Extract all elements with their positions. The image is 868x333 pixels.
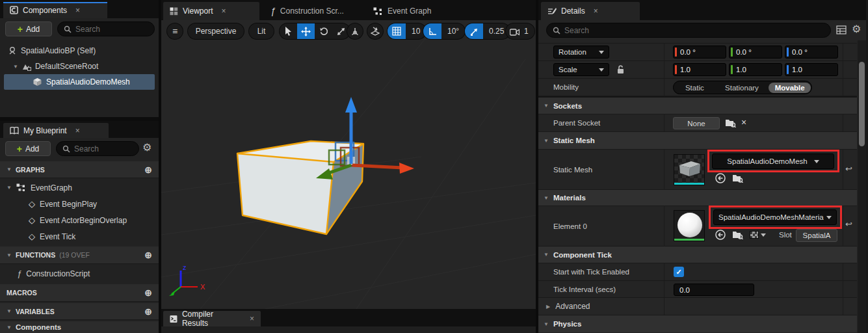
- browse-asset-icon[interactable]: [732, 230, 743, 239]
- camera-speed-button[interactable]: [506, 23, 523, 40]
- grid-snap-toggle[interactable]: [388, 23, 406, 39]
- scale-type-dropdown[interactable]: Scale: [553, 63, 609, 76]
- expand-arrow-icon[interactable]: ▶: [546, 304, 550, 310]
- perspective-dropdown[interactable]: Perspective: [187, 23, 244, 40]
- add-function-icon[interactable]: ⊕: [144, 250, 152, 260]
- display-options-icon[interactable]: [836, 25, 847, 34]
- scale-x-field[interactable]: 1.0: [673, 63, 726, 76]
- my-blueprint-search[interactable]: [56, 141, 139, 156]
- tab-compiler-results[interactable]: Compiler Results ×: [163, 311, 261, 326]
- scale-snap-toggle[interactable]: [465, 23, 483, 39]
- browse-socket-icon[interactable]: [725, 118, 736, 127]
- search-input[interactable]: [564, 26, 824, 35]
- parent-socket-value-button[interactable]: None: [673, 117, 720, 129]
- tab-construction-script[interactable]: ƒ Construction Scr...: [264, 2, 363, 20]
- section-functions[interactable]: ▼ FUNCTIONS (19 OVEF ⊕: [0, 246, 159, 264]
- slot-name-field[interactable]: SpatialA: [796, 229, 837, 242]
- collapse-arrow-icon[interactable]: ▼: [544, 252, 549, 258]
- close-icon[interactable]: ×: [250, 314, 254, 323]
- unlock-icon[interactable]: [617, 65, 624, 74]
- section-variables[interactable]: ▼ VARIABLES ⊕: [0, 303, 159, 320]
- item-event-actor-begin-overlap[interactable]: ◇ Event ActorBeginOverlap: [0, 212, 159, 228]
- tick-interval-field[interactable]: 0.0: [674, 284, 754, 296]
- texture-options[interactable]: [750, 231, 766, 239]
- scale-z-field[interactable]: 1.0: [785, 63, 838, 76]
- material-dropdown[interactable]: SpatialAudioDemoMeshMateria: [713, 209, 837, 225]
- tree-item-scene-root[interactable]: ▼ DefaultSceneRoot: [4, 59, 155, 74]
- move-tool-button[interactable]: [297, 23, 315, 40]
- details-scrollbar[interactable]: [858, 40, 866, 333]
- collapse-arrow-icon[interactable]: ▼: [7, 308, 12, 314]
- tab-my-blueprint[interactable]: My Blueprint ×: [3, 123, 109, 138]
- viewport-menu-button[interactable]: ≡: [166, 23, 183, 40]
- collapse-arrow-icon[interactable]: ▼: [544, 321, 549, 327]
- category-sockets[interactable]: ▼ Sockets: [538, 98, 857, 114]
- rotation-x-field[interactable]: 0.0 °: [673, 46, 726, 59]
- close-icon[interactable]: ×: [221, 7, 226, 16]
- camera-speed-group[interactable]: 1: [505, 23, 535, 40]
- rotation-snap-toggle[interactable]: [423, 23, 441, 39]
- rotation-z-field[interactable]: 0.0 °: [785, 46, 838, 59]
- scale-snap-group[interactable]: 0.25: [464, 23, 510, 40]
- category-physics[interactable]: ▼ Physics: [538, 315, 857, 332]
- use-selected-asset-icon[interactable]: [715, 230, 726, 240]
- static-mesh-thumbnail[interactable]: [674, 154, 705, 185]
- collapse-arrow-icon[interactable]: ▼: [7, 252, 12, 258]
- section-macros[interactable]: MACROS ⊕: [0, 284, 159, 302]
- item-event-tick[interactable]: ◇ Event Tick: [0, 228, 159, 245]
- row-advanced[interactable]: ▶ Advanced: [538, 298, 857, 315]
- close-icon[interactable]: ×: [75, 6, 80, 15]
- lit-dropdown[interactable]: Lit: [248, 23, 274, 40]
- collapse-arrow-icon[interactable]: ▼: [7, 185, 12, 191]
- add-variable-icon[interactable]: ⊕: [144, 307, 152, 316]
- tab-details[interactable]: Details ×: [541, 2, 640, 20]
- mobility-option-stationary[interactable]: Stationary: [716, 84, 769, 92]
- tab-components[interactable]: Components ×: [3, 2, 107, 18]
- tab-event-graph[interactable]: Event Graph: [367, 2, 451, 20]
- grid-snap-group[interactable]: 10: [387, 23, 427, 40]
- reset-to-default-icon[interactable]: ↩: [845, 164, 852, 174]
- category-static-mesh[interactable]: ▼ Static Mesh: [538, 132, 857, 150]
- camera-speed-value[interactable]: 1: [523, 23, 534, 39]
- select-tool-button[interactable]: [280, 23, 297, 40]
- tree-item-self[interactable]: SpatialAudioBP (Self): [4, 43, 155, 59]
- section-components[interactable]: ▼ Components: [0, 321, 159, 333]
- close-icon[interactable]: ×: [75, 126, 80, 135]
- rotate-tool-button[interactable]: [315, 23, 332, 40]
- tab-viewport[interactable]: Viewport ×: [163, 2, 259, 20]
- search-input[interactable]: [75, 25, 148, 34]
- collapse-arrow-icon[interactable]: ▼: [7, 325, 12, 330]
- collapse-arrow-icon[interactable]: ▼: [7, 166, 12, 172]
- rotation-type-dropdown[interactable]: Rotation: [553, 46, 609, 59]
- search-input[interactable]: [74, 144, 133, 153]
- use-selected-asset-icon[interactable]: [715, 173, 726, 183]
- details-search[interactable]: [546, 23, 831, 38]
- item-construction-script[interactable]: ƒ ConstructionScript: [0, 265, 159, 282]
- add-component-button[interactable]: + Add: [5, 21, 52, 36]
- add-macro-icon[interactable]: ⊕: [144, 288, 152, 297]
- static-mesh-dropdown[interactable]: SpatialAudioDemoMesh: [712, 153, 834, 169]
- mobility-option-movable[interactable]: Movable: [769, 83, 811, 93]
- viewport-3d[interactable]: z X ≡ Perspective Lit: [161, 20, 536, 309]
- clear-socket-icon[interactable]: ×: [741, 117, 746, 127]
- components-search[interactable]: [57, 21, 155, 36]
- surface-snapping-button[interactable]: [367, 23, 384, 40]
- rotation-snap-group[interactable]: 10°: [423, 23, 466, 40]
- start-tick-checkbox[interactable]: ✓: [674, 267, 684, 277]
- browse-asset-icon[interactable]: [732, 174, 743, 183]
- add-blueprint-button[interactable]: + Add: [5, 141, 51, 156]
- add-graph-icon[interactable]: ⊕: [144, 165, 152, 174]
- details-settings-gear-icon[interactable]: ⚙: [852, 24, 861, 34]
- rotation-y-field[interactable]: 0.0 °: [729, 46, 782, 59]
- item-event-graph[interactable]: ▼ EventGraph: [0, 180, 159, 196]
- settings-gear-icon[interactable]: ⚙: [142, 142, 151, 153]
- collapse-arrow-icon[interactable]: ▼: [544, 195, 549, 201]
- mobility-option-static[interactable]: Static: [674, 84, 716, 92]
- material-thumbnail[interactable]: [674, 210, 705, 241]
- collapse-arrow-icon[interactable]: ▼: [544, 138, 549, 144]
- scrollbar-thumb[interactable]: [859, 62, 865, 146]
- close-icon[interactable]: ×: [594, 7, 598, 16]
- category-component-tick[interactable]: ▼ Component Tick: [538, 246, 857, 263]
- expander-arrow-icon[interactable]: ▼: [13, 64, 18, 70]
- collapse-arrow-icon[interactable]: ▼: [544, 103, 549, 109]
